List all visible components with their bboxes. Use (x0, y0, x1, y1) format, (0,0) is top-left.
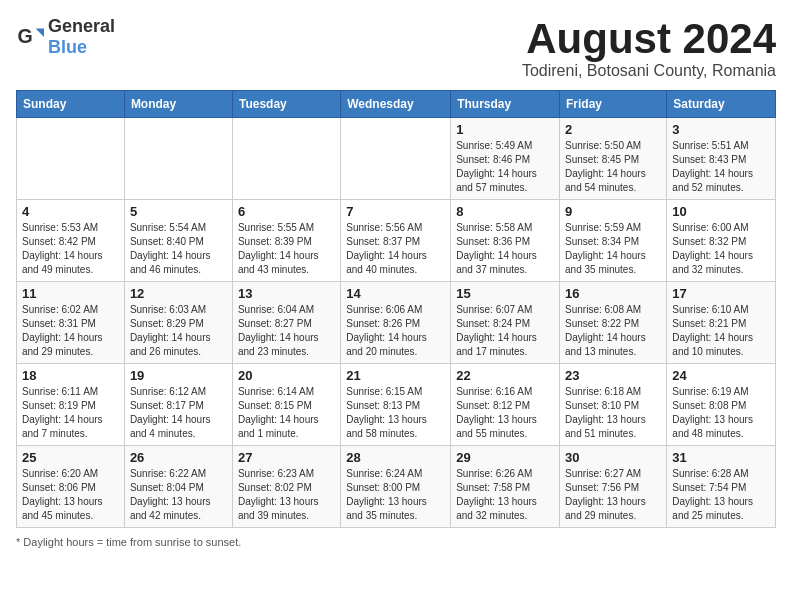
day-number: 8 (456, 204, 554, 219)
calendar-cell: 12Sunrise: 6:03 AM Sunset: 8:29 PM Dayli… (124, 282, 232, 364)
calendar-cell: 1Sunrise: 5:49 AM Sunset: 8:46 PM Daylig… (451, 118, 560, 200)
calendar-cell: 15Sunrise: 6:07 AM Sunset: 8:24 PM Dayli… (451, 282, 560, 364)
week-row: 1Sunrise: 5:49 AM Sunset: 8:46 PM Daylig… (17, 118, 776, 200)
calendar-cell: 30Sunrise: 6:27 AM Sunset: 7:56 PM Dayli… (560, 446, 667, 528)
logo-general: General (48, 16, 115, 36)
day-number: 30 (565, 450, 661, 465)
day-number: 16 (565, 286, 661, 301)
header-row: SundayMondayTuesdayWednesdayThursdayFrid… (17, 91, 776, 118)
day-number: 17 (672, 286, 770, 301)
header-day-tuesday: Tuesday (232, 91, 340, 118)
svg-marker-1 (36, 29, 44, 37)
svg-text:G: G (17, 25, 32, 47)
day-number: 13 (238, 286, 335, 301)
day-info: Sunrise: 6:15 AM Sunset: 8:13 PM Dayligh… (346, 385, 445, 441)
calendar-cell: 4Sunrise: 5:53 AM Sunset: 8:42 PM Daylig… (17, 200, 125, 282)
day-number: 22 (456, 368, 554, 383)
calendar-cell: 13Sunrise: 6:04 AM Sunset: 8:27 PM Dayli… (232, 282, 340, 364)
calendar-table: SundayMondayTuesdayWednesdayThursdayFrid… (16, 90, 776, 528)
day-info: Sunrise: 6:12 AM Sunset: 8:17 PM Dayligh… (130, 385, 227, 441)
calendar-cell: 2Sunrise: 5:50 AM Sunset: 8:45 PM Daylig… (560, 118, 667, 200)
day-info: Sunrise: 5:58 AM Sunset: 8:36 PM Dayligh… (456, 221, 554, 277)
day-info: Sunrise: 6:20 AM Sunset: 8:06 PM Dayligh… (22, 467, 119, 523)
day-info: Sunrise: 6:11 AM Sunset: 8:19 PM Dayligh… (22, 385, 119, 441)
day-number: 29 (456, 450, 554, 465)
calendar-cell: 20Sunrise: 6:14 AM Sunset: 8:15 PM Dayli… (232, 364, 340, 446)
daylight-note: Daylight hours (23, 536, 93, 548)
day-info: Sunrise: 6:14 AM Sunset: 8:15 PM Dayligh… (238, 385, 335, 441)
calendar-cell: 3Sunrise: 5:51 AM Sunset: 8:43 PM Daylig… (667, 118, 776, 200)
calendar-cell: 19Sunrise: 6:12 AM Sunset: 8:17 PM Dayli… (124, 364, 232, 446)
day-info: Sunrise: 6:00 AM Sunset: 8:32 PM Dayligh… (672, 221, 770, 277)
day-info: Sunrise: 6:24 AM Sunset: 8:00 PM Dayligh… (346, 467, 445, 523)
calendar-cell: 28Sunrise: 6:24 AM Sunset: 8:00 PM Dayli… (341, 446, 451, 528)
calendar-cell: 7Sunrise: 5:56 AM Sunset: 8:37 PM Daylig… (341, 200, 451, 282)
day-info: Sunrise: 6:27 AM Sunset: 7:56 PM Dayligh… (565, 467, 661, 523)
calendar-cell: 29Sunrise: 6:26 AM Sunset: 7:58 PM Dayli… (451, 446, 560, 528)
week-row: 4Sunrise: 5:53 AM Sunset: 8:42 PM Daylig… (17, 200, 776, 282)
calendar-cell: 26Sunrise: 6:22 AM Sunset: 8:04 PM Dayli… (124, 446, 232, 528)
day-number: 19 (130, 368, 227, 383)
day-number: 5 (130, 204, 227, 219)
calendar-cell: 18Sunrise: 6:11 AM Sunset: 8:19 PM Dayli… (17, 364, 125, 446)
day-info: Sunrise: 5:50 AM Sunset: 8:45 PM Dayligh… (565, 139, 661, 195)
day-info: Sunrise: 6:02 AM Sunset: 8:31 PM Dayligh… (22, 303, 119, 359)
day-number: 28 (346, 450, 445, 465)
day-info: Sunrise: 6:04 AM Sunset: 8:27 PM Dayligh… (238, 303, 335, 359)
week-row: 18Sunrise: 6:11 AM Sunset: 8:19 PM Dayli… (17, 364, 776, 446)
day-info: Sunrise: 6:28 AM Sunset: 7:54 PM Dayligh… (672, 467, 770, 523)
day-number: 12 (130, 286, 227, 301)
day-number: 31 (672, 450, 770, 465)
calendar-cell: 22Sunrise: 6:16 AM Sunset: 8:12 PM Dayli… (451, 364, 560, 446)
header-day-monday: Monday (124, 91, 232, 118)
day-number: 6 (238, 204, 335, 219)
calendar-cell (232, 118, 340, 200)
calendar-cell: 10Sunrise: 6:00 AM Sunset: 8:32 PM Dayli… (667, 200, 776, 282)
day-number: 7 (346, 204, 445, 219)
calendar-cell: 23Sunrise: 6:18 AM Sunset: 8:10 PM Dayli… (560, 364, 667, 446)
day-info: Sunrise: 6:18 AM Sunset: 8:10 PM Dayligh… (565, 385, 661, 441)
day-info: Sunrise: 6:19 AM Sunset: 8:08 PM Dayligh… (672, 385, 770, 441)
calendar-cell: 14Sunrise: 6:06 AM Sunset: 8:26 PM Dayli… (341, 282, 451, 364)
calendar-cell: 11Sunrise: 6:02 AM Sunset: 8:31 PM Dayli… (17, 282, 125, 364)
calendar-cell: 5Sunrise: 5:54 AM Sunset: 8:40 PM Daylig… (124, 200, 232, 282)
day-number: 24 (672, 368, 770, 383)
logo: G General Blue (16, 16, 115, 58)
day-info: Sunrise: 6:03 AM Sunset: 8:29 PM Dayligh… (130, 303, 227, 359)
day-number: 20 (238, 368, 335, 383)
day-number: 9 (565, 204, 661, 219)
day-info: Sunrise: 5:59 AM Sunset: 8:34 PM Dayligh… (565, 221, 661, 277)
calendar-cell: 31Sunrise: 6:28 AM Sunset: 7:54 PM Dayli… (667, 446, 776, 528)
calendar-cell: 25Sunrise: 6:20 AM Sunset: 8:06 PM Dayli… (17, 446, 125, 528)
header-day-sunday: Sunday (17, 91, 125, 118)
day-info: Sunrise: 6:10 AM Sunset: 8:21 PM Dayligh… (672, 303, 770, 359)
day-number: 26 (130, 450, 227, 465)
location: Todireni, Botosani County, Romania (522, 62, 776, 80)
logo-blue: Blue (48, 37, 87, 57)
calendar-body: 1Sunrise: 5:49 AM Sunset: 8:46 PM Daylig… (17, 118, 776, 528)
logo-icon: G (16, 23, 44, 51)
day-number: 3 (672, 122, 770, 137)
calendar-cell: 16Sunrise: 6:08 AM Sunset: 8:22 PM Dayli… (560, 282, 667, 364)
day-info: Sunrise: 5:54 AM Sunset: 8:40 PM Dayligh… (130, 221, 227, 277)
calendar-cell: 27Sunrise: 6:23 AM Sunset: 8:02 PM Dayli… (232, 446, 340, 528)
day-number: 2 (565, 122, 661, 137)
day-info: Sunrise: 6:08 AM Sunset: 8:22 PM Dayligh… (565, 303, 661, 359)
header-day-wednesday: Wednesday (341, 91, 451, 118)
logo-text: General Blue (48, 16, 115, 58)
calendar-cell: 24Sunrise: 6:19 AM Sunset: 8:08 PM Dayli… (667, 364, 776, 446)
day-number: 10 (672, 204, 770, 219)
day-info: Sunrise: 5:55 AM Sunset: 8:39 PM Dayligh… (238, 221, 335, 277)
calendar-cell: 8Sunrise: 5:58 AM Sunset: 8:36 PM Daylig… (451, 200, 560, 282)
header-day-thursday: Thursday (451, 91, 560, 118)
header-day-saturday: Saturday (667, 91, 776, 118)
calendar-cell: 17Sunrise: 6:10 AM Sunset: 8:21 PM Dayli… (667, 282, 776, 364)
calendar-header: SundayMondayTuesdayWednesdayThursdayFrid… (17, 91, 776, 118)
day-number: 14 (346, 286, 445, 301)
day-info: Sunrise: 6:23 AM Sunset: 8:02 PM Dayligh… (238, 467, 335, 523)
day-number: 27 (238, 450, 335, 465)
day-number: 15 (456, 286, 554, 301)
day-info: Sunrise: 5:51 AM Sunset: 8:43 PM Dayligh… (672, 139, 770, 195)
day-info: Sunrise: 6:22 AM Sunset: 8:04 PM Dayligh… (130, 467, 227, 523)
header: G General Blue August 2024 Todireni, Bot… (16, 16, 776, 80)
